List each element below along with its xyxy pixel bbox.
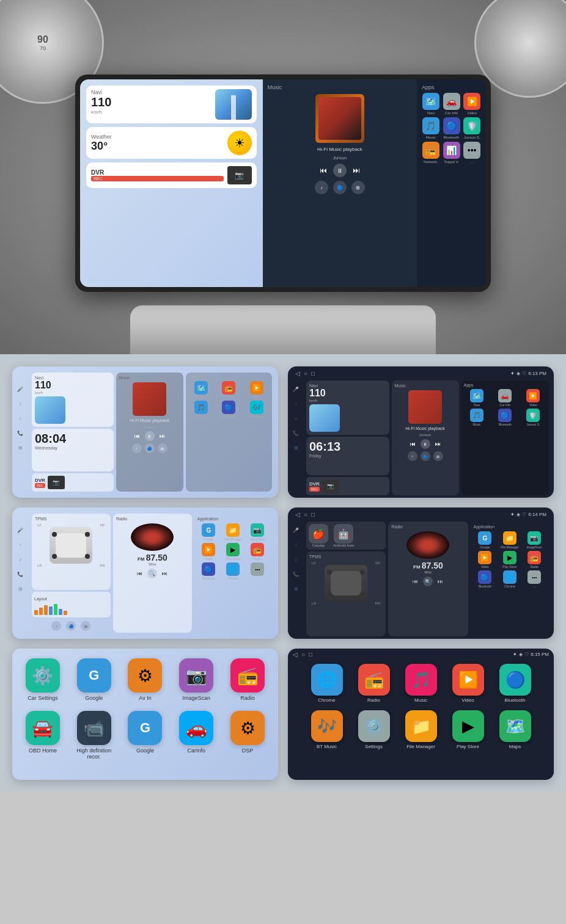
dark-app-bt[interactable]: 🔵 Bluetooth: [492, 409, 518, 426]
app-imagescan[interactable]: 📷 ImageScan: [246, 523, 269, 541]
large-app-google2[interactable]: G Google: [125, 711, 166, 760]
large-app-carsettings[interactable]: ⚙️ Car Settings: [22, 658, 64, 701]
large-app-dsp[interactable]: ⚙ DSP: [227, 711, 268, 760]
mini-extra-2[interactable]: 🔵: [145, 443, 155, 453]
dark-tpms-widget[interactable]: TPMS LF RF LR: [306, 551, 386, 636]
app-playstore[interactable]: ▶ Play Store: [222, 543, 244, 561]
large-app-google[interactable]: G Google: [73, 658, 115, 701]
mini-app-bt[interactable]: 🔵 Bluetooth: [216, 401, 242, 418]
dvr-card[interactable]: DVR REC 📷: [86, 162, 257, 188]
app-junsun[interactable]: 🛡️ Junsun S.: [463, 117, 481, 139]
dla-filemanager[interactable]: 📁 File Manager: [401, 710, 441, 749]
large-app-carinfo[interactable]: 🚗 CarInfo: [175, 711, 217, 760]
app-filemanager[interactable]: 📁 File Manager: [222, 523, 244, 541]
app-video[interactable]: ▶️ Video: [463, 93, 481, 115]
da-chrome[interactable]: 🌐 Chrome: [498, 570, 521, 588]
dark-prev[interactable]: ⏮: [410, 441, 416, 447]
app-carinfo[interactable]: 🚗 Car Info: [443, 93, 461, 115]
dla-music[interactable]: 🎵 Music: [401, 664, 441, 703]
mini-app-navi[interactable]: 🗺️ Navi: [188, 381, 215, 399]
da-more[interactable]: ••• ...: [523, 570, 546, 588]
mini-app-video[interactable]: ▶️ Video: [244, 381, 270, 399]
dark-mini-navi[interactable]: Navi 110 km/h: [306, 380, 389, 435]
dark-app-music[interactable]: 🎵 Music: [464, 409, 490, 426]
da-imagescan[interactable]: 📷 ImageScan: [523, 531, 546, 549]
tpms-widget[interactable]: TPMS LF RF LR: [32, 514, 111, 590]
music-extra-2[interactable]: 🔵: [333, 181, 347, 194]
dla-home[interactable]: ○: [301, 651, 305, 658]
large-app-obdhome[interactable]: 🚘 OBD Home: [22, 711, 64, 760]
dark-extra-2[interactable]: 🔵: [421, 451, 430, 461]
mini-app-radio[interactable]: 📻 Radio: [216, 381, 242, 399]
dr-prev[interactable]: ⏮: [413, 578, 418, 584]
tpms-ctrl-3[interactable]: ⊞: [81, 621, 90, 631]
app-more2[interactable]: ••• ...: [246, 562, 269, 580]
mini-app-music[interactable]: 🎵 Music: [188, 401, 215, 418]
app-music[interactable]: 🎵 Music: [422, 117, 440, 139]
music-extra-1[interactable]: ♪: [315, 181, 328, 194]
next-button[interactable]: ⏭: [353, 166, 360, 175]
dla-back[interactable]: ◁: [293, 651, 298, 658]
tpms-ctrl-2[interactable]: 🔵: [66, 621, 76, 631]
dla-chrome[interactable]: 🌐 Chrome: [307, 664, 347, 703]
app-radio2[interactable]: 📻 Radio: [246, 543, 269, 561]
da-video[interactable]: ▶️ Video: [474, 551, 496, 569]
dr-search[interactable]: 🔍: [423, 577, 433, 586]
dla-bt[interactable]: 🔵 Bluetooth: [495, 664, 535, 703]
dla-radio[interactable]: 📻 Radio: [354, 664, 394, 703]
dt-back[interactable]: ◁: [295, 511, 300, 518]
dla-btmusic[interactable]: 🎶 BT Music: [307, 710, 347, 749]
dr-next[interactable]: ⏭: [438, 578, 443, 584]
app-more[interactable]: ••• ...: [463, 142, 481, 164]
recent-square[interactable]: □: [311, 370, 315, 377]
mini-extra-3[interactable]: ⊞: [158, 443, 167, 453]
dark-dvr-card[interactable]: DVR REC 📷: [306, 477, 389, 495]
radio-widget[interactable]: Radio FM 87.50 MHz ⏮ 🔍 ⏭: [113, 514, 192, 633]
dark-app-video[interactable]: ▶️ Video: [520, 389, 546, 407]
dark-pause[interactable]: ⏸: [421, 439, 430, 449]
app-bluetooth[interactable]: 🔵 Bluetooth: [443, 117, 461, 139]
mini-prev[interactable]: ⏮: [134, 433, 140, 439]
dla-settings[interactable]: ⚙️ Settings: [354, 710, 394, 749]
dark-next[interactable]: ⏭: [435, 441, 441, 447]
large-app-avin[interactable]: ⚙ Av In: [125, 658, 166, 701]
mini-pause[interactable]: ⏸: [145, 431, 155, 441]
dark-extra-3[interactable]: ⊞: [433, 451, 443, 461]
large-app-imagescan[interactable]: 📷 ImageScan: [175, 658, 217, 701]
mini-app-btmusic[interactable]: 🎶 BT Music: [244, 401, 270, 418]
dla-video[interactable]: ▶️ Video: [448, 664, 488, 703]
weather-card[interactable]: Weather 30° ☀: [86, 127, 257, 159]
da-radio[interactable]: 📻 Radio: [523, 551, 546, 569]
dt-recent[interactable]: □: [311, 511, 315, 518]
pause-button[interactable]: ⏸: [333, 164, 347, 177]
app-navi[interactable]: 🗺️ Navi: [422, 93, 440, 115]
mini-dvr-card[interactable]: DVR REC 📷: [32, 473, 114, 492]
dark-extra-1[interactable]: ♪: [408, 451, 417, 461]
large-app-hdr[interactable]: 📹 High definition recor.: [73, 711, 115, 760]
app-toppal[interactable]: 📊 Toppal V.: [443, 142, 461, 164]
mini-extra-1[interactable]: ♪: [132, 443, 142, 453]
mini-next[interactable]: ⏭: [160, 433, 165, 439]
app-video2[interactable]: ▶️ Video: [197, 543, 220, 561]
dt-home[interactable]: ○: [304, 511, 307, 518]
dark-app-navi[interactable]: 🗺️ Navi: [464, 389, 490, 407]
da-playstore[interactable]: ▶ Play Store: [498, 551, 521, 569]
dark-radio-widget[interactable]: Radio FM 87.50 MHz ⏮ 🔍 ⏭: [388, 522, 468, 636]
dark-app-carinfo[interactable]: 🚗 Car Info: [492, 389, 518, 407]
home-circle[interactable]: ○: [304, 370, 307, 377]
music-extra-3[interactable]: ⊞: [351, 181, 365, 194]
radio-next[interactable]: ⏭: [162, 570, 167, 577]
radio-prev[interactable]: ⏮: [137, 570, 142, 577]
dark-app-junsun[interactable]: 🛡️ Junsun S.: [520, 409, 546, 426]
radio-search-btn[interactable]: 🔍: [147, 569, 157, 578]
da-google[interactable]: G Google: [474, 531, 496, 549]
dla-playstore[interactable]: ▶ Play Store: [448, 710, 488, 749]
mini-navi-card[interactable]: Navi 110 km/h: [32, 373, 114, 427]
back-arrow[interactable]: ◁: [295, 370, 300, 377]
app-google[interactable]: G Google: [197, 523, 220, 541]
tpms-ctrl-1[interactable]: ♪: [51, 621, 61, 631]
app-bluetooth2[interactable]: 🔵 Bluetooth: [197, 562, 220, 580]
large-app-radio[interactable]: 📻 Radio: [227, 658, 268, 701]
app-network[interactable]: 📻 Network.: [422, 142, 440, 164]
prev-button[interactable]: ⏮: [320, 166, 327, 175]
